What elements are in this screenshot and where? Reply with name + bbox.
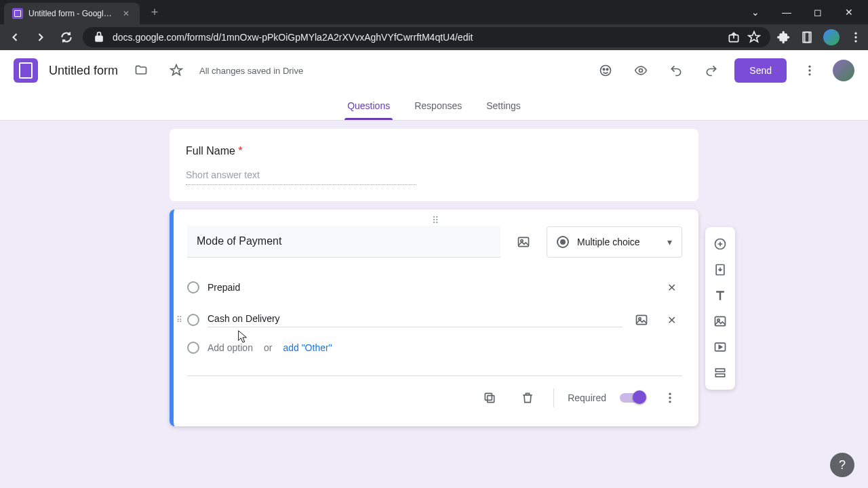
- add-section-icon[interactable]: [705, 360, 735, 386]
- star-icon[interactable]: [747, 30, 761, 44]
- window-controls: ⌄ — ◻ ✕: [746, 3, 868, 22]
- svg-rect-17: [488, 396, 494, 403]
- tab-favicon-icon: [12, 8, 23, 19]
- svg-point-11: [808, 69, 810, 71]
- lock-icon: [92, 30, 106, 44]
- svg-point-7: [604, 68, 606, 70]
- extensions-icon[interactable]: [777, 30, 791, 44]
- svg-point-20: [669, 396, 671, 399]
- question-card-active[interactable]: ⠿ Multiple choice ▾ Prepaid ✕: [170, 209, 698, 426]
- add-option-row: Add option or add "Other": [187, 336, 682, 359]
- question-title: Full Name: [186, 145, 235, 157]
- svg-rect-24: [715, 317, 726, 325]
- svg-rect-15: [637, 315, 647, 324]
- option-row[interactable]: Prepaid ✕: [187, 271, 682, 304]
- svg-rect-27: [715, 369, 724, 371]
- url-text: docs.google.com/forms/d/1mnOxw-pPkOiGpMY…: [113, 32, 720, 43]
- import-questions-icon[interactable]: [705, 257, 735, 283]
- svg-point-8: [607, 68, 609, 70]
- tab-questions[interactable]: Questions: [344, 91, 393, 120]
- remove-option-icon[interactable]: ✕: [660, 277, 682, 298]
- new-tab-button[interactable]: +: [145, 3, 164, 22]
- svg-point-21: [669, 401, 671, 403]
- delete-icon[interactable]: [515, 386, 540, 410]
- form-title[interactable]: Untitled form: [49, 64, 118, 78]
- forward-icon[interactable]: [31, 28, 50, 47]
- svg-point-9: [639, 69, 643, 73]
- browser-tab[interactable]: Untitled form - Google Forms ✕: [4, 3, 140, 24]
- reload-icon[interactable]: [57, 28, 76, 47]
- help-icon[interactable]: ?: [830, 453, 854, 477]
- question-more-icon[interactable]: [658, 386, 682, 410]
- svg-point-12: [808, 73, 810, 75]
- side-toolbar: [705, 227, 735, 390]
- svg-point-6: [601, 66, 611, 76]
- tab-settings[interactable]: Settings: [484, 91, 524, 120]
- options-list: Prepaid ✕ ⠿ Cash on Delivery ✕ Add optio…: [187, 271, 682, 359]
- add-other-button[interactable]: add "Other": [283, 342, 332, 353]
- short-answer-placeholder: Short answer text: [186, 169, 416, 185]
- question-footer: Required: [187, 375, 682, 410]
- radio-icon: [187, 342, 199, 354]
- svg-rect-28: [715, 374, 724, 377]
- chevron-down-icon: ▾: [667, 237, 672, 247]
- tab-title: Untitled form - Google Forms: [28, 9, 115, 18]
- forms-logo-icon[interactable]: [14, 58, 38, 83]
- browser-menu-icon[interactable]: [849, 30, 863, 44]
- add-image-icon[interactable]: [511, 230, 536, 254]
- app-header: Untitled form All changes saved in Drive…: [0, 50, 868, 91]
- undo-icon[interactable]: [664, 58, 688, 83]
- radio-icon: [557, 236, 569, 248]
- account-avatar-icon[interactable]: [833, 60, 854, 81]
- close-icon[interactable]: ✕: [840, 3, 859, 22]
- option-text[interactable]: Cash on Delivery: [208, 313, 623, 327]
- drag-handle-icon[interactable]: ⠿: [432, 215, 440, 226]
- question-card[interactable]: Full Name * Short answer text: [170, 129, 698, 201]
- profile-avatar-icon[interactable]: [823, 29, 840, 45]
- required-toggle[interactable]: [620, 393, 644, 403]
- move-folder-icon[interactable]: [129, 58, 153, 83]
- save-status: All changes saved in Drive: [199, 66, 303, 76]
- tab-responses[interactable]: Responses: [412, 91, 465, 120]
- add-option-button[interactable]: Add option: [208, 342, 253, 353]
- preview-icon[interactable]: [629, 58, 653, 83]
- minimize-icon[interactable]: —: [777, 3, 796, 22]
- duplicate-icon[interactable]: [477, 386, 502, 410]
- svg-rect-18: [486, 393, 492, 400]
- radio-icon: [187, 314, 199, 326]
- add-title-icon[interactable]: [705, 283, 735, 308]
- maximize-icon[interactable]: ◻: [808, 3, 827, 22]
- svg-point-3: [854, 33, 856, 35]
- remove-option-icon[interactable]: ✕: [660, 309, 682, 331]
- option-drag-icon[interactable]: ⠿: [176, 315, 182, 325]
- chevron-down-icon[interactable]: ⌄: [746, 3, 765, 22]
- share-icon[interactable]: [727, 30, 741, 44]
- reading-list-icon[interactable]: [800, 30, 814, 44]
- nav-tabs: Questions Responses Settings: [0, 91, 868, 121]
- radio-icon: [187, 281, 199, 293]
- back-icon[interactable]: [5, 28, 24, 47]
- star-icon[interactable]: [164, 58, 189, 83]
- address-bar: docs.google.com/forms/d/1mnOxw-pPkOiGpMY…: [0, 24, 868, 50]
- tab-close-icon[interactable]: ✕: [121, 8, 132, 19]
- add-question-icon[interactable]: [705, 231, 735, 257]
- question-title-input[interactable]: [187, 226, 500, 258]
- send-button[interactable]: Send: [734, 58, 787, 83]
- browser-tab-strip: Untitled form - Google Forms ✕ + ⌄ — ◻ ✕: [0, 0, 868, 24]
- add-image-icon[interactable]: [705, 308, 735, 334]
- svg-rect-2: [805, 33, 810, 43]
- option-image-icon[interactable]: [631, 309, 652, 331]
- more-icon[interactable]: [797, 58, 822, 83]
- option-text[interactable]: Prepaid: [208, 282, 652, 293]
- url-input[interactable]: docs.google.com/forms/d/1mnOxw-pPkOiGpMY…: [83, 27, 770, 47]
- question-type-select[interactable]: Multiple choice ▾: [547, 226, 682, 258]
- svg-point-10: [808, 66, 810, 68]
- or-text: or: [264, 342, 272, 353]
- theme-icon[interactable]: [593, 58, 618, 83]
- redo-icon[interactable]: [699, 58, 724, 83]
- form-canvas: Full Name * Short answer text ⠿ Multiple…: [0, 121, 868, 488]
- svg-point-19: [669, 393, 671, 395]
- option-row[interactable]: ⠿ Cash on Delivery ✕: [187, 304, 682, 336]
- svg-rect-13: [519, 237, 529, 246]
- add-video-icon[interactable]: [705, 334, 735, 360]
